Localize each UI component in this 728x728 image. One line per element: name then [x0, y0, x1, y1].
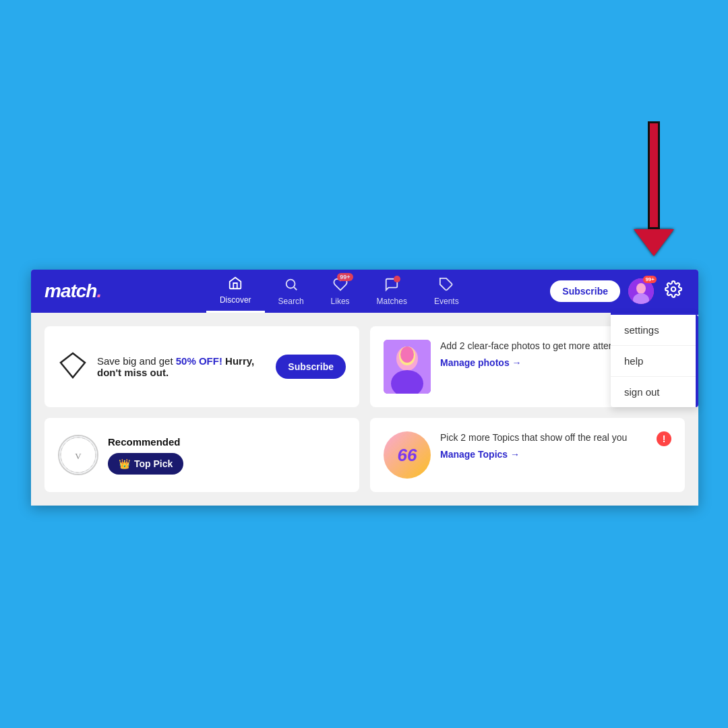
avatar-badge: 99+ [643, 276, 657, 283]
topics-card: 66 Pick 2 more Topics that show off the … [370, 418, 685, 492]
nav-item-discover[interactable]: Discover [206, 270, 265, 313]
nav-label-search: Search [278, 297, 304, 306]
topics-text: Pick 2 more Topics that show off the rea… [440, 431, 647, 445]
nav-label-matches: Matches [377, 297, 407, 306]
settings-icon[interactable] [662, 278, 685, 305]
photo-thumbnail [384, 340, 431, 394]
rec-avatar: V [58, 435, 98, 475]
search-icon [284, 277, 299, 295]
promo-subscribe-button[interactable]: Subscribe [276, 355, 346, 379]
chat-icon [384, 277, 399, 295]
alert-badge: ! [657, 431, 671, 446]
home-icon [228, 276, 243, 294]
svg-point-11 [400, 346, 414, 363]
diamond-icon [58, 351, 88, 383]
svg-marker-6 [61, 353, 85, 377]
nav-label-discover: Discover [220, 295, 251, 305]
arrow-indicator [634, 121, 674, 256]
avatar-container[interactable]: 99+ [628, 278, 654, 304]
topics-info: Pick 2 more Topics that show off the rea… [440, 431, 647, 460]
app-window: match. Discover [31, 270, 698, 506]
promo-card: Save big and get 50% OFF! Hurry, don't m… [44, 326, 359, 407]
svg-text:V: V [75, 451, 82, 461]
likes-badge: 99+ [337, 273, 353, 281]
manage-topics-link[interactable]: Manage Topics → [440, 449, 647, 460]
nav-label-events: Events [434, 297, 459, 306]
nav-items: Discover Search 99+ [128, 270, 550, 313]
dropdown-menu: settings help sign out [611, 313, 698, 407]
dropdown-active-bar [696, 315, 698, 407]
nav-item-events[interactable]: Events [421, 270, 473, 313]
promo-text: Save big and get 50% OFF! Hurry, don't m… [97, 355, 266, 378]
recommended-label: Recommended [108, 436, 346, 448]
nav-item-likes[interactable]: 99+ Likes [317, 270, 363, 313]
svg-point-3 [636, 283, 646, 294]
topics-thumbnail: 66 [384, 431, 431, 479]
subscribe-button[interactable]: Subscribe [550, 280, 620, 302]
crown-icon: 👑 [119, 458, 130, 469]
heart-icon: 99+ [333, 277, 348, 295]
svg-point-0 [286, 279, 295, 288]
arrow-head [634, 229, 674, 256]
nav-right: Subscribe 99+ [550, 278, 685, 305]
app-logo: match. [44, 280, 101, 302]
arrow-shaft [648, 121, 660, 229]
matches-badge [394, 276, 400, 282]
navbar: match. Discover [31, 270, 698, 313]
dropdown-item-signout[interactable]: sign out [611, 377, 698, 407]
top-pick-button[interactable]: 👑 Top Pick [108, 453, 183, 475]
nav-item-matches[interactable]: Matches [363, 270, 421, 313]
nav-label-likes: Likes [331, 297, 350, 306]
content-area: Save big and get 50% OFF! Hurry, don't m… [31, 313, 698, 506]
recommended-card: V Recommended 👑 Top Pick [44, 418, 359, 492]
nav-item-search[interactable]: Search [265, 270, 317, 313]
rec-content: Recommended 👑 Top Pick [108, 436, 346, 475]
tag-icon [439, 277, 454, 295]
svg-point-5 [671, 287, 676, 292]
dropdown-item-help[interactable]: help [611, 346, 698, 377]
dropdown-item-settings[interactable]: settings [611, 315, 698, 346]
